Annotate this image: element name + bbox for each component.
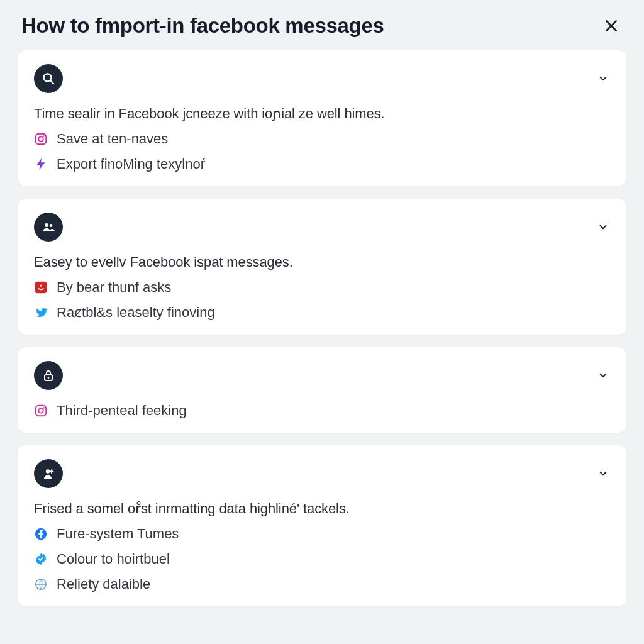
list-item-label: By bear thunf asks — [57, 279, 171, 296]
list-item[interactable]: Export finoMing texylnoŕ — [34, 156, 610, 172]
modal-container: How to fmport-in facebook messages Time … — [0, 0, 644, 606]
chevron-down-icon[interactable] — [596, 220, 610, 234]
card-person-plus: Frised a somel or̊st inrmatting data hig… — [18, 445, 626, 606]
list-item-label: Third-penteal feeking — [57, 402, 187, 419]
card-header[interactable] — [34, 361, 610, 390]
svg-point-3 — [43, 135, 45, 137]
card-people: Easey to evellv Facebook ispat messages.… — [18, 199, 626, 335]
list-item[interactable]: Fure-system Tumes — [34, 526, 610, 542]
chevron-down-icon[interactable] — [596, 369, 610, 382]
list-item[interactable]: Reliety dalaible — [34, 576, 610, 592]
svg-rect-6 — [35, 282, 47, 293]
svg-point-7 — [40, 285, 42, 287]
list-item-label: Reliety dalaible — [57, 576, 150, 592]
list-item-label: Colour to hoirtbuel — [57, 551, 170, 567]
card-header[interactable] — [34, 64, 610, 93]
card-description: Frised a somel or̊st inrmatting data hig… — [34, 501, 610, 517]
list-item[interactable]: By bear thunf asks — [34, 279, 610, 296]
facebook-icon — [34, 527, 48, 541]
page-title: How to fmport-in facebook messages — [21, 14, 384, 38]
svg-point-5 — [50, 224, 53, 227]
lock-icon — [34, 361, 63, 390]
close-icon — [603, 18, 619, 34]
instagram-icon — [34, 404, 48, 418]
list-item[interactable]: Raȼtbl&s leaselty finoving — [34, 304, 610, 321]
list-item[interactable]: Third-penteal feeking — [34, 402, 610, 419]
list-item-label: Fure-system Tumes — [57, 526, 179, 542]
list-item[interactable]: Colour to hoirtbuel — [34, 551, 610, 567]
card-header[interactable] — [34, 459, 610, 488]
search-icon — [34, 64, 63, 93]
list-item-label: Raȼtbl&s leaselty finoving — [57, 304, 215, 321]
svg-point-2 — [38, 136, 43, 141]
svg-point-13 — [46, 469, 50, 473]
svg-rect-1 — [36, 134, 47, 145]
svg-point-9 — [48, 377, 50, 379]
card-search: Time sealir in Facebook jcneeze with ioɲ… — [18, 50, 626, 186]
app-icon — [34, 280, 48, 294]
svg-rect-10 — [36, 406, 47, 416]
chevron-down-icon[interactable] — [596, 467, 610, 480]
people-icon — [34, 213, 63, 242]
chevron-down-icon[interactable] — [596, 72, 610, 86]
person-plus-icon — [34, 459, 63, 488]
bolt-icon — [34, 157, 48, 171]
card-lock: Third-penteal feeking — [18, 347, 626, 433]
close-button[interactable] — [600, 14, 623, 37]
card-header[interactable] — [34, 213, 610, 242]
card-description: Easey to evellv Facebook ispat messages. — [34, 254, 610, 270]
globe-icon — [34, 577, 48, 591]
card-description: Time sealir in Facebook jcneeze with ioɲ… — [34, 106, 610, 122]
instagram-icon — [34, 132, 48, 146]
svg-point-11 — [38, 408, 43, 413]
list-item-label: Save at ten-naves — [57, 131, 168, 147]
modal-header: How to fmport-in facebook messages — [18, 11, 626, 50]
verified-icon — [34, 552, 48, 566]
svg-point-4 — [45, 223, 48, 227]
list-item[interactable]: Save at ten-naves — [34, 131, 610, 147]
twitter-icon — [34, 306, 48, 319]
svg-point-12 — [43, 407, 45, 409]
list-item-label: Export finoMing texylnoŕ — [57, 156, 205, 172]
